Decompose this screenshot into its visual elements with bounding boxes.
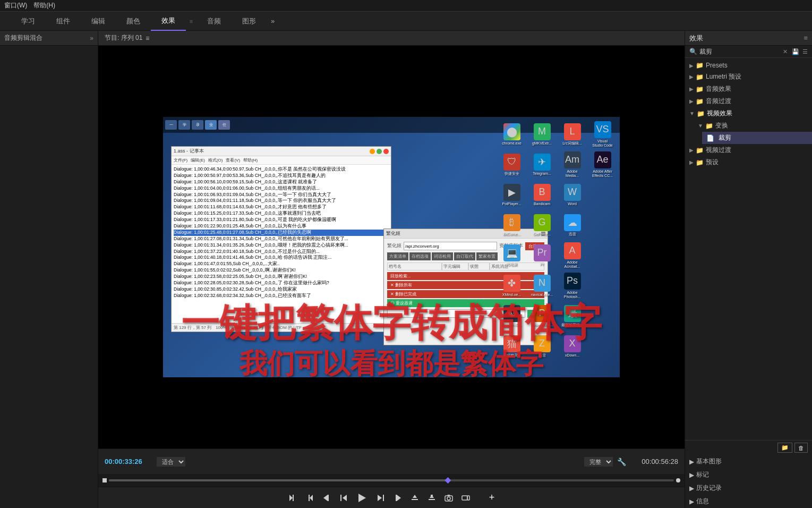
play-button[interactable] <box>354 490 370 506</box>
desktop-icon-geforce[interactable]: G GeForce... <box>527 210 557 240</box>
desktop-icon-vscode[interactable]: VS VisualStudio Code <box>588 120 617 149</box>
menu-format[interactable]: 格式(O) <box>208 157 223 163</box>
tab-edit[interactable]: 编辑 <box>81 12 116 31</box>
editor-line-1: Dialogue: 1,00:00:46.34,0:00:50.97,Sub C… <box>174 166 389 173</box>
desktop-icon-baiduyun[interactable]: ☁ 迅雷 <box>558 210 587 240</box>
lift-button[interactable] <box>408 492 421 504</box>
settings-icon[interactable]: 🔧 <box>617 458 626 466</box>
menu-help[interactable]: 帮助(H) <box>33 1 55 10</box>
tab-assembly[interactable]: 组件 <box>46 12 81 31</box>
svg-point-18 <box>447 497 450 500</box>
tree-item-video-effects[interactable]: ▼ 📁 视频效果 <box>685 107 812 120</box>
photoshop-icon: Ps <box>564 273 581 290</box>
desktop-icon-lrc[interactable]: L Lrc词编辑... <box>558 120 587 149</box>
tab-learn[interactable]: 学习 <box>11 12 46 31</box>
desktop-icon-chrome[interactable]: ⬤ chrome.exe <box>497 120 526 149</box>
desktop-icon-word[interactable]: W Word <box>558 180 587 209</box>
tree-item-audio-effects[interactable]: ▶ 📁 音频效果 <box>685 83 812 95</box>
editor-line-8: Dialogue: 1,00:01:15.25,0:01:17.33,Sub C… <box>174 210 389 217</box>
tree-item-audio-transition[interactable]: ▶ 📁 音频过渡 <box>685 95 812 107</box>
loop-button[interactable] <box>459 492 472 504</box>
goto-in-button[interactable] <box>320 492 333 504</box>
mark-in-button[interactable] <box>286 492 299 504</box>
tree-item-presets-bottom[interactable]: ▶ 📁 预设 <box>685 156 812 168</box>
svg-rect-20 <box>462 496 467 500</box>
fit-selector[interactable]: 适合 <box>157 457 185 467</box>
scrubber-playhead[interactable] <box>445 477 451 484</box>
menu-help-te[interactable]: 帮助(H) <box>243 157 258 163</box>
desktop-icon-computer[interactable]: 💻 此电脑 <box>497 241 526 270</box>
camera-button[interactable] <box>442 492 455 504</box>
goto-out-button[interactable] <box>391 492 404 504</box>
tab-effects[interactable]: 效果 <box>151 12 186 31</box>
tab-color[interactable]: 颜色 <box>116 12 151 31</box>
minimize-button[interactable] <box>370 149 375 154</box>
tree-item-presets[interactable]: ▶ 📁 Presets <box>685 60 812 71</box>
tree-item-video-transition[interactable]: ▶ 📁 视频过渡 <box>685 144 812 156</box>
desktop-icon-aftereffects[interactable]: Ae Adobe AfterEffects CC... <box>588 150 617 179</box>
desktop-icon-gMKV[interactable]: M gMKVExtr... <box>527 120 557 149</box>
menu-view[interactable]: 查看(V) <box>226 157 240 163</box>
tab-save-options[interactable]: 存档选项 <box>409 252 431 260</box>
desktop-icon-photoshop[interactable]: Ps AdobePhotosh... <box>558 271 587 300</box>
extract-button[interactable] <box>425 492 438 504</box>
maximize-button[interactable] <box>377 149 382 154</box>
program-monitor-menu-icon[interactable]: ≡ <box>146 35 149 42</box>
effects-search-input[interactable] <box>699 48 781 55</box>
delete-effect-button[interactable]: 🗑 <box>794 443 808 453</box>
step-back-button[interactable] <box>337 492 350 504</box>
editor-line-13: Dialogue: 1,00:01:37.22,0:01:40.18,Sub C… <box>174 249 389 255</box>
editor-line-9: Dialogue: 1,00:01:17.33,0:01:21.80,Sub C… <box>174 217 389 223</box>
desktop-icon-powerpoint[interactable]: P PowerPoint... <box>527 301 557 331</box>
left-panel-expand-icon[interactable]: » <box>90 35 93 42</box>
scrubber-bar[interactable] <box>98 474 685 487</box>
desktop-background: 一 学 录 业 任 1.ass - 记事本 <box>163 117 620 377</box>
desktop-icon-xdown[interactable]: X xDown... <box>558 332 587 361</box>
menu-window[interactable]: 窗口(W) <box>4 1 27 10</box>
desktop-icon-newest[interactable]: 最 最新版系统... <box>558 301 587 331</box>
quality-selector[interactable]: 完整 <box>584 457 613 467</box>
menu-file[interactable]: 文件(F) <box>174 157 187 163</box>
editor-line-14: Dialogue: 1,00:01:40.18,0:01:41.46,Sub C… <box>174 255 389 261</box>
section-history[interactable]: ▶ 历史记录 <box>685 481 812 495</box>
desktop-icon-xmind[interactable]: ✤ XMind-xe... <box>497 271 526 300</box>
tab-scheme-list[interactable]: 方案清单 <box>387 252 408 260</box>
mark-out-button[interactable] <box>303 492 316 504</box>
editor-line-17: Dialogue: 1,00:02:23.58,0:02:25.05,Sub C… <box>174 274 389 280</box>
total-time-display: 00:00:56:28 <box>630 458 678 465</box>
desktop-icon-tianmao[interactable]: 猫 天猫精灵... <box>497 332 526 361</box>
section-markers[interactable]: ▶ 标记 <box>685 468 812 481</box>
scrubber-track[interactable] <box>109 479 674 481</box>
desktop-icon-security[interactable]: 🛡 快捷安全 <box>497 150 526 179</box>
add-button[interactable]: + <box>487 490 497 505</box>
tab-audio[interactable]: 音频 <box>196 12 232 31</box>
section-basic-graphics[interactable]: ▶ 基本图形 <box>685 455 812 468</box>
desktop-icon-telegram[interactable]: ✈ Telegram... <box>527 150 557 179</box>
tab-graphics[interactable]: 图形 <box>232 12 267 31</box>
tab-word-check[interactable]: 词语检用 <box>432 252 453 260</box>
desktop-icon-adobe-media[interactable]: Am AdobeMedia... <box>558 150 587 179</box>
effects-options-icon[interactable]: ☰ <box>802 48 808 55</box>
tab-separator: ≡ <box>186 18 196 24</box>
menu-edit[interactable]: 编辑(E) <box>191 157 205 163</box>
desktop-icon-premiere[interactable]: Pr Pr <box>527 241 557 270</box>
tree-item-crop[interactable]: 📄 裁剪 <box>702 132 812 144</box>
desktop-icon-eclipse[interactable]: ☯ Eclipse-ID... <box>497 301 526 331</box>
search-clear-button[interactable]: ✕ <box>783 48 788 55</box>
tree-item-lumetri[interactable]: ▶ 📁 Lumetri 预设 <box>685 71 812 83</box>
close-button[interactable] <box>383 149 389 154</box>
step-forward-button[interactable] <box>374 492 387 504</box>
new-folder-button[interactable]: 📁 <box>777 443 792 453</box>
desktop-icon-potplayer[interactable]: ▶ PotPlayer... <box>497 180 526 209</box>
taskbar-icon-4: 业 <box>205 120 217 130</box>
desktop-icon-winzip[interactable]: Z 迅雷 <box>527 332 557 361</box>
desktop-icon-navicat[interactable]: N navicat.exe... <box>527 271 557 300</box>
effects-save-icon[interactable]: 💾 <box>792 48 799 55</box>
section-info[interactable]: ▶ 信息 <box>685 495 812 508</box>
desktop-icon-bandicam[interactable]: B Bandicam <box>527 180 557 209</box>
nav-more-button[interactable]: » <box>267 17 279 25</box>
desktop-icon-bitcomet[interactable]: ₿ BitCome... <box>497 210 526 240</box>
effects-menu-icon[interactable]: ≡ <box>804 34 808 42</box>
tree-item-transform[interactable]: ▼ 📁 变换 <box>694 120 812 132</box>
desktop-icon-acrobat[interactable]: A AdobeAcrobat... <box>558 241 587 270</box>
